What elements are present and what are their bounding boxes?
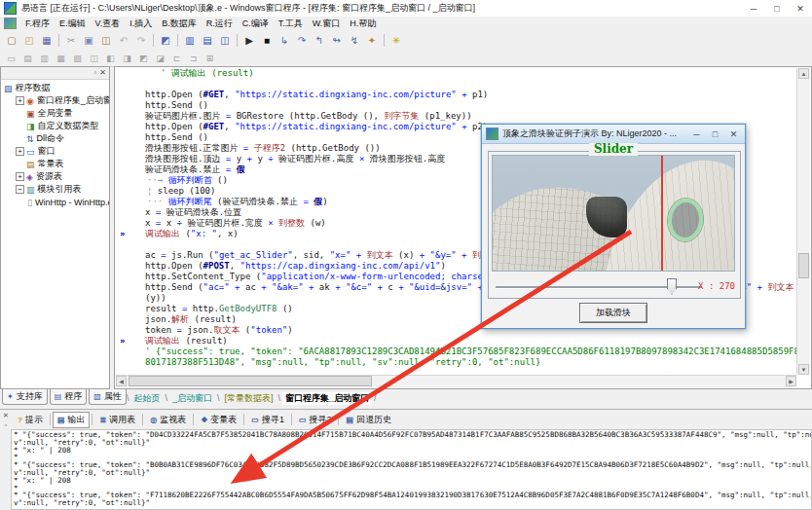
capture-button[interactable]: ◩ <box>157 32 174 48</box>
step-into-button[interactable]: ↳ <box>276 32 293 48</box>
editor-horizontal-scrollbar[interactable]: ◀ ▶ <box>116 375 796 387</box>
out-tab-search2[interactable]: ▭搜寻2 <box>294 412 337 428</box>
out-tab-watch-table[interactable]: ◎监视表 <box>145 412 191 428</box>
open-file-icon: ◰ <box>24 35 33 46</box>
menu-item-5[interactable]: B.数据库 <box>157 18 202 30</box>
tree-item[interactable]: ⇅Dll命令 <box>4 132 109 145</box>
space-horizontal-button[interactable]: ⊏ <box>168 52 185 65</box>
open-file-button[interactable]: ◰ <box>20 32 38 48</box>
tree-item[interactable]: ▯WinHttp - WinHttp.ec <box>4 196 109 208</box>
horizontal-scroll-thumb[interactable] <box>129 376 372 386</box>
doc-tab-2[interactable]: _启动窗口 <box>169 392 215 405</box>
same-size-button[interactable]: ◪ <box>152 52 168 65</box>
step-over-button[interactable]: ↷ <box>293 32 311 48</box>
center-vertical-button[interactable]: ◧ <box>102 52 119 65</box>
save-button[interactable]: ▦ <box>38 32 55 48</box>
expand-toggle-icon[interactable]: + <box>16 96 24 105</box>
redo-button[interactable]: ↷ <box>132 32 150 48</box>
editor-vertical-scrollbar[interactable]: ▲ ▼ <box>796 68 810 375</box>
menu-item-6[interactable]: R.运行 <box>202 18 238 30</box>
run-button[interactable]: ▶ <box>240 32 258 48</box>
popup-maximize-button[interactable]: □ <box>708 129 722 139</box>
out-tab-history[interactable]: ▤回退历史 <box>341 412 396 428</box>
tile-horizontal-button[interactable]: ▥ <box>181 32 199 48</box>
tree-item[interactable]: +▭窗口 <box>4 145 109 158</box>
menu-item-10[interactable]: H.帮助 <box>345 18 381 30</box>
panel-close-button[interactable]: ✕ <box>99 68 106 78</box>
stop-button[interactable]: ■ <box>258 32 276 48</box>
scroll-right-icon[interactable]: ▶ <box>786 376 796 386</box>
breakpoint-button[interactable]: ↯ <box>346 32 363 48</box>
breakpoint-marker-icon[interactable]: » <box>120 229 125 239</box>
align-bottom-button[interactable]: ▧ <box>69 52 86 65</box>
undo-button[interactable]: ↶ <box>115 32 132 48</box>
tile-vertical-button[interactable]: ▤ <box>199 32 216 48</box>
form-grid-button[interactable]: ▭ <box>3 52 19 65</box>
align-left-button[interactable]: ▤ <box>19 52 36 65</box>
align-top-button[interactable]: ▦ <box>53 52 69 65</box>
tree-item[interactable]: −▥模块引用表 <box>4 183 109 196</box>
panel-float-button[interactable]: ▫ <box>93 68 96 78</box>
out-tab-variable-table[interactable]: ❖变量表 <box>196 412 241 428</box>
scroll-down-icon[interactable]: ▼ <box>798 364 809 375</box>
cascade-windows-button[interactable]: ◫ <box>216 32 234 48</box>
tab-properties[interactable]: ▧属性 <box>89 389 127 405</box>
maximize-button[interactable]: □ <box>765 1 789 17</box>
scroll-left-icon[interactable]: ◀ <box>116 376 127 386</box>
menu-item-7[interactable]: C.编译 <box>238 18 274 30</box>
tree-root-program-data[interactable]: ▨程序数据 <box>4 82 109 94</box>
doc-tab-4[interactable]: 窗口程序集_启动窗口 <box>282 392 372 405</box>
expand-toggle-icon[interactable]: + <box>16 147 24 156</box>
same-width-button[interactable]: ◨ <box>119 52 135 65</box>
code-token: 滑块图形按钮.顶边 <box>145 154 226 164</box>
output-pin-button[interactable]: ▫ <box>5 421 7 428</box>
doc-tab-1[interactable]: 起始页 <box>131 392 164 405</box>
out-tab-search1[interactable]: ▭搜寻1 <box>246 412 289 428</box>
popup-title-bar[interactable]: 顶象之滑块验证例子演示 By: NLiger2020 - ... ─ □ ✕ <box>482 125 745 144</box>
menu-item-1[interactable]: F.程序 <box>20 18 55 30</box>
menu-item-8[interactable]: T.工具 <box>274 18 308 30</box>
out-tab-output[interactable]: ▤输出 <box>53 412 91 428</box>
tree-item[interactable]: ◨自定义数据类型 <box>4 120 109 132</box>
to-grid-button[interactable]: ⊞ <box>202 52 218 65</box>
tree-item[interactable]: +◈资源表 <box>4 170 109 183</box>
close-button[interactable]: ✕ <box>789 1 812 17</box>
step-out-button[interactable]: ↰ <box>311 32 328 48</box>
pause-button[interactable]: ✦ <box>363 32 381 48</box>
output-close-button[interactable]: ✕ <box>3 412 9 419</box>
cut-button[interactable]: ✂ <box>62 32 80 48</box>
run-to-cursor-button[interactable]: ↬ <box>328 32 346 48</box>
menu-item-2[interactable]: E.编辑 <box>55 18 91 30</box>
vertical-scroll-thumb[interactable] <box>798 253 809 278</box>
align-right-button[interactable]: ▥ <box>36 52 53 65</box>
breakpoint-marker-icon[interactable]: » <box>120 336 125 346</box>
tree-item[interactable]: +◉窗口程序集_启动窗口 <box>4 94 109 107</box>
menu-item-4[interactable]: I.插入 <box>125 18 157 30</box>
menu-item-9[interactable]: W.窗口 <box>308 18 346 30</box>
same-height-button[interactable]: ◩ <box>135 52 152 65</box>
debug-key-button[interactable]: ✳ <box>388 32 405 48</box>
out-tab-call-table[interactable]: ≣调用表 <box>94 412 140 428</box>
space-vertical-button[interactable]: ⊐ <box>185 52 202 65</box>
expand-toggle-icon[interactable]: + <box>16 172 24 181</box>
new-file-button[interactable]: ▢ <box>3 32 20 48</box>
paste-button[interactable]: ◫ <box>97 32 115 48</box>
menu-item-3[interactable]: V.查看 <box>91 18 126 30</box>
load-slider-button[interactable]: 加载滑块 <box>579 303 647 323</box>
tab-program[interactable]: ▤程序 <box>50 389 88 405</box>
out-tab-hints[interactable]: ?提示 <box>13 412 48 428</box>
code-token: p1) <box>472 90 488 99</box>
minimize-button[interactable]: ─ <box>742 1 765 17</box>
tree-item[interactable]: ▤常量表 <box>4 158 109 170</box>
code-token: "https://static.dingxiang-inc.com/pictur… <box>235 90 457 99</box>
copy-button[interactable]: ▣ <box>80 32 97 48</box>
tab-support-libs[interactable]: ✦支持库 <box>2 389 48 405</box>
doc-tab-3[interactable]: [常量数据表] <box>222 392 277 405</box>
scroll-up-icon[interactable]: ▲ <box>798 68 809 79</box>
code-token: "token" <box>250 325 287 335</box>
popup-minimize-button[interactable]: ─ <box>689 129 704 139</box>
popup-close-button[interactable]: ✕ <box>726 129 741 139</box>
expand-toggle-icon[interactable]: − <box>16 185 24 194</box>
tree-item[interactable]: ▣全局变量 <box>4 107 109 120</box>
center-horizontal-button[interactable]: ◫ <box>86 52 102 65</box>
